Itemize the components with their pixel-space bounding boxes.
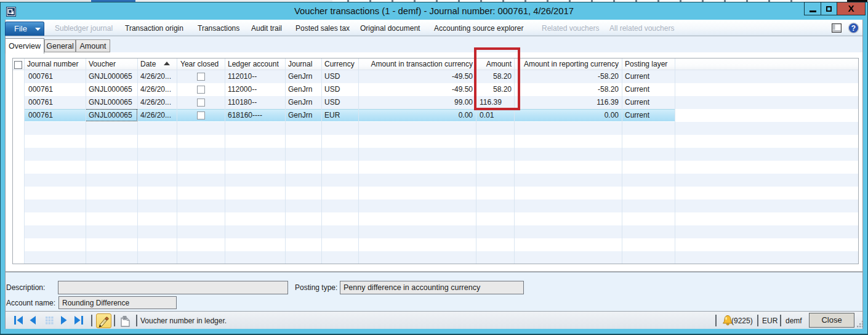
svg-text:?: ? — [851, 24, 856, 33]
